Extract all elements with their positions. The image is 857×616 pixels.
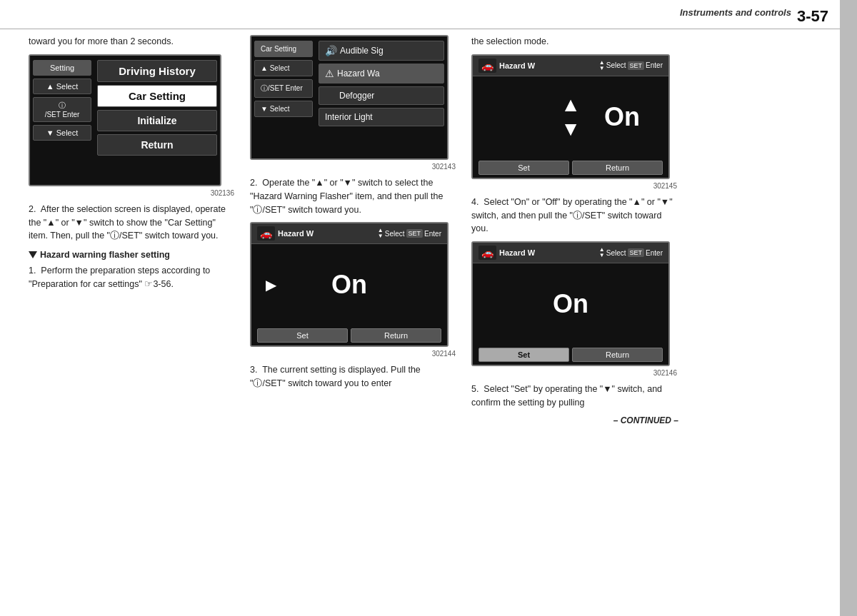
menu-screen-1: Setting ▲ Select ⓘ/SET Enter ▼ Select Dr… xyxy=(29,54,221,186)
audible-sig-item[interactable]: 🔊 Audible Sig xyxy=(319,41,444,61)
section-heading: Hazard warning flasher setting xyxy=(29,250,236,260)
return-button-r1[interactable]: Return xyxy=(572,161,663,175)
continued-label: – CONTINUED – xyxy=(471,415,678,425)
sidebar-bar xyxy=(840,0,857,616)
cs-down-select[interactable]: ▼ Select xyxy=(254,101,313,117)
car-setting-screen: Car Setting ▲ Select ⓘ/SET Enter ▼ Selec… xyxy=(250,35,448,160)
hazard-screen-right2: 🚗 Hazard W ▲▼ Select SET Enter On Set Re… xyxy=(471,241,670,366)
hazard-title-mid: Hazard W xyxy=(278,229,375,238)
audible-sig-label: Audible Sig xyxy=(340,46,384,56)
page-number: 3-57 xyxy=(797,7,828,26)
menu-right-col: Driving History Car Setting Initialize R… xyxy=(94,56,220,185)
ud-arrows-r2: ▲▼ xyxy=(599,247,605,258)
defogger-label: Defogger xyxy=(325,91,374,101)
col-right: the selection mode. 🚗 Hazard W ▲▼ Select… xyxy=(471,35,678,425)
return-button-mid[interactable]: Return xyxy=(351,328,441,343)
select-label-r2: Select xyxy=(606,249,626,257)
enter-label-r1: Enter xyxy=(646,61,663,69)
speaker-icon: 🔊 xyxy=(325,45,337,56)
col-mid: Car Setting ▲ Select ⓘ/SET Enter ▼ Selec… xyxy=(250,35,457,425)
screen-code-r2: 302146 xyxy=(471,369,678,378)
cs-right: 🔊 Audible Sig ⚠ Hazard Wa Defogger Inter… xyxy=(316,36,447,158)
hazard-wa-label: Hazard Wa xyxy=(337,69,380,79)
left-para2: 2. After the selection screen is display… xyxy=(29,203,236,243)
hazard-bottom-r2: Set Return xyxy=(473,345,668,365)
on-text-r1: On xyxy=(604,102,640,132)
hazard-top-bar-mid: 🚗 Hazard W ▲▼ Select SET Enter xyxy=(251,223,447,244)
menu-left-col: Setting ▲ Select ⓘ/SET Enter ▼ Select xyxy=(30,56,94,185)
select-label-r1: Select xyxy=(606,61,626,69)
hazard-top-bar-r2: 🚗 Hazard W ▲▼ Select SET Enter xyxy=(473,243,668,263)
hazard-bottom-r1: Set Return xyxy=(473,158,668,178)
on-text-r2: On xyxy=(553,289,588,319)
select-set-r1: ▲▼ Select SET Enter xyxy=(599,60,663,71)
interior-light-item[interactable]: Interior Light xyxy=(319,108,444,126)
left-para3: 1. Perform the preparation steps accordi… xyxy=(29,264,236,291)
screen-code-1: 302136 xyxy=(29,189,236,198)
car-setting-btn[interactable]: Car Setting xyxy=(254,41,313,57)
enter-label-r2: Enter xyxy=(646,249,663,257)
screen-code-mid2: 302144 xyxy=(250,350,457,359)
driving-history-item[interactable]: Driving History xyxy=(97,60,217,82)
select-set-mid: ▲▼ Select SET Enter xyxy=(378,228,441,239)
left-intro: toward you for more than 2 seconds. xyxy=(29,35,236,49)
hazard-body-mid: ▶ On xyxy=(251,244,447,325)
col-left: toward you for more than 2 seconds. Sett… xyxy=(29,35,236,425)
section-title: Hazard warning flasher setting xyxy=(40,250,170,260)
cs-enter[interactable]: ⓘ/SET Enter xyxy=(254,79,313,98)
set-button-mid[interactable]: Set xyxy=(257,328,348,343)
up-arrow-large: ▲ xyxy=(561,93,581,117)
set-button-r1[interactable]: Set xyxy=(478,161,569,175)
hazard-title-r1: Hazard W xyxy=(499,61,596,70)
main-content: toward you for more than 2 seconds. Sett… xyxy=(0,35,857,425)
select-set-r2: ▲▼ Select SET Enter xyxy=(599,247,663,258)
ud-arrows-r1: ▲▼ xyxy=(599,60,605,71)
right-intro: the selection mode. xyxy=(471,35,678,49)
enter-btn[interactable]: ⓘ/SET Enter xyxy=(33,97,91,122)
chapter-title: Instruments and controls xyxy=(680,7,791,26)
enter-label-mid: Enter xyxy=(424,230,441,238)
hazard-screen-mid: 🚗 Hazard W ▲▼ Select SET Enter ▶ On Set … xyxy=(250,222,448,347)
set-button-r2[interactable]: Set xyxy=(478,348,569,362)
mid-para1: 2. Operate the "▲" or "▼" switch to sele… xyxy=(250,176,457,216)
down-arrow-large: ▼ xyxy=(561,117,581,141)
hazard-title-r2: Hazard W xyxy=(499,248,596,257)
cs-left: Car Setting ▲ Select ⓘ/SET Enter ▼ Selec… xyxy=(251,36,316,158)
set-badge-r1: SET xyxy=(628,61,645,70)
set-badge-r2: SET xyxy=(628,248,645,257)
select-label-mid: Select xyxy=(385,230,405,238)
setting-btn[interactable]: Setting xyxy=(33,60,91,76)
down-select-btn[interactable]: ▼ Select xyxy=(33,125,91,141)
hazard-top-bar-r1: 🚗 Hazard W ▲▼ Select SET Enter xyxy=(473,56,668,76)
screen-code-r1: 302145 xyxy=(471,182,678,191)
triangle-icon xyxy=(29,251,37,258)
return-button-r2[interactable]: Return xyxy=(572,348,663,362)
right-para2: 5. Select "Set" by operating the "▼" swi… xyxy=(471,383,678,410)
hazard-car-icon-r2: 🚗 xyxy=(478,246,496,260)
interior-light-label: Interior Light xyxy=(325,112,373,122)
hazard-wa-item[interactable]: ⚠ Hazard Wa xyxy=(319,64,444,84)
play-arrow-icon: ▶ xyxy=(266,276,276,293)
ud-arrows-mid: ▲▼ xyxy=(378,228,384,239)
set-badge-mid: SET xyxy=(406,229,424,238)
defogger-item[interactable]: Defogger xyxy=(319,86,444,105)
cs-up-select[interactable]: ▲ Select xyxy=(254,60,313,76)
return-item[interactable]: Return xyxy=(97,134,217,156)
hazard-bottom-mid: Set Return xyxy=(251,325,447,345)
mid-para2: 3. The current setting is displayed. Pul… xyxy=(250,363,457,390)
initialize-item[interactable]: Initialize xyxy=(97,110,217,131)
screen-code-mid1: 302143 xyxy=(250,163,457,172)
up-select-btn[interactable]: ▲ Select xyxy=(33,79,91,94)
hazard-screen-right1: 🚗 Hazard W ▲▼ Select SET Enter ▲ ▼ On Se… xyxy=(471,54,670,179)
right-para1: 4. Select "On" or "Off" by operating the… xyxy=(471,196,678,236)
car-setting-item[interactable]: Car Setting xyxy=(97,85,217,107)
hazard-car-icon: 🚗 xyxy=(257,226,275,241)
hazard-car-icon-r1: 🚗 xyxy=(478,59,496,73)
on-text-mid: On xyxy=(331,270,367,300)
hazard-icon-sym: ⚠ xyxy=(325,68,334,79)
hazard-body-r2: On xyxy=(473,263,668,345)
page-header: Instruments and controls 3-57 xyxy=(0,0,857,29)
hazard-body-r1: ▲ ▼ On xyxy=(473,76,668,158)
